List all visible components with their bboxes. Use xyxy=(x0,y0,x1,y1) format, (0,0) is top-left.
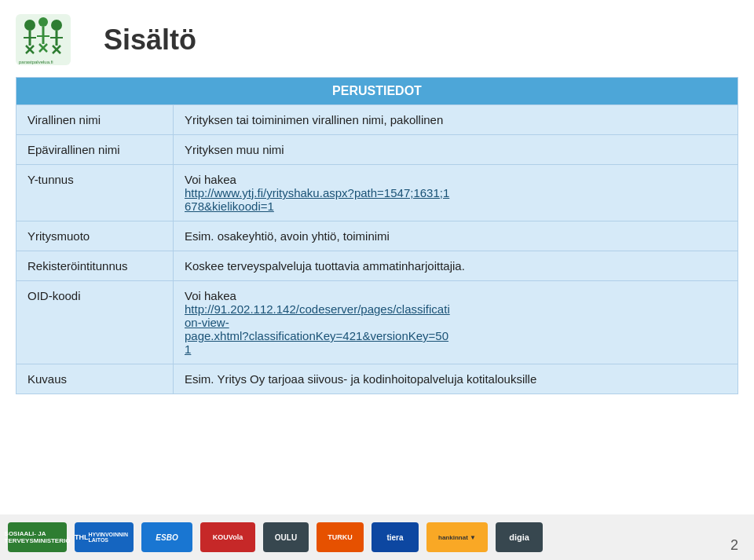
footer-logos: SOSIAALI- JATERVEYSMINISTERIÖ THLHYVINVO… xyxy=(8,522,543,552)
logo-tiera: tiera xyxy=(372,522,419,552)
logo-thl: THLHYVINVOINNIN LAITOS xyxy=(75,522,134,552)
svg-point-1 xyxy=(24,20,35,31)
table-header-cell: PERUSTIEDOT xyxy=(16,78,738,105)
logo-kouvola: KOUVola xyxy=(200,522,255,552)
page-title: Sisältö xyxy=(104,24,196,57)
table-row: Rekisteröintitunnus Koskee terveyspalvel… xyxy=(16,251,738,281)
row-label-epavirallinen: Epävirallinen nimi xyxy=(16,135,174,165)
logo-turku: TURKU xyxy=(317,522,364,552)
row-label-yritysmuoto: Yritysmuoto xyxy=(16,221,174,251)
ytunnus-link[interactable]: http://www.ytj.fi/yrityshaku.aspx?path=1… xyxy=(185,186,449,213)
table-row: Kuvaus Esim. Yritys Oy tarjoaa siivous- … xyxy=(16,364,738,394)
svg-point-3 xyxy=(51,20,62,31)
page-number: 2 xyxy=(730,537,738,554)
row-value-virallinen: Yrityksen tai toiminimen virallinen nimi… xyxy=(174,105,738,135)
logo-digia: digia xyxy=(496,522,543,552)
table-row: Virallinen nimi Yrityksen tai toiminimen… xyxy=(16,105,738,135)
row-label-ytunnus: Y-tunnus xyxy=(16,165,174,221)
row-value-oid: Voi hakea http://91.202.112.142/codeserv… xyxy=(174,281,738,364)
table-row: Yritysmuoto Esim. osakeyhtiö, avoin yhti… xyxy=(16,221,738,251)
table-row: Epävirallinen nimi Yrityksen muu nimi xyxy=(16,135,738,165)
row-value-ytunnus: Voi hakea http://www.ytj.fi/yrityshaku.a… xyxy=(174,165,738,221)
row-value-epavirallinen: Yrityksen muu nimi xyxy=(174,135,738,165)
logo-area: parastpalvelua.fi xyxy=(16,14,80,65)
row-value-rekisterointi: Koskee terveyspalveluja tuottavia ammati… xyxy=(174,251,738,281)
header: parastpalvelua.fi Sisältö xyxy=(0,0,754,73)
table-row: Y-tunnus Voi hakea http://www.ytj.fi/yri… xyxy=(16,165,738,221)
row-label-kuvaus: Kuvaus xyxy=(16,364,174,394)
row-label-oid: OID-koodi xyxy=(16,281,174,364)
oid-link[interactable]: http://91.202.112.142/codeserver/pages/c… xyxy=(185,302,450,356)
svg-text:parastpalvelua.fi: parastpalvelua.fi xyxy=(19,60,53,64)
logo-stm: SOSIAALI- JATERVEYSMINISTERIÖ xyxy=(8,522,67,552)
row-value-kuvaus: Esim. Yritys Oy tarjoaa siivous- ja kodi… xyxy=(174,364,738,394)
logo-oulu: OULU xyxy=(263,522,309,552)
row-label-virallinen: Virallinen nimi xyxy=(16,105,174,135)
content-table: PERUSTIEDOT Virallinen nimi Yrityksen ta… xyxy=(16,77,738,394)
table-row: OID-koodi Voi hakea http://91.202.112.14… xyxy=(16,281,738,364)
main-table-wrapper: PERUSTIEDOT Virallinen nimi Yrityksen ta… xyxy=(0,77,754,394)
table-header-row: PERUSTIEDOT xyxy=(16,78,738,105)
footer: SOSIAALI- JATERVEYSMINISTERIÖ THLHYVINVO… xyxy=(0,514,754,560)
svg-point-2 xyxy=(38,17,48,27)
logo-esbo: ESBO xyxy=(141,522,192,552)
site-logo: parastpalvelua.fi xyxy=(16,14,71,65)
row-value-yritysmuoto: Esim. osakeyhtiö, avoin yhtiö, toiminimi xyxy=(174,221,738,251)
row-label-rekisterointi: Rekisteröintitunnus xyxy=(16,251,174,281)
logo-hankinnat: hankinnat ▼ xyxy=(426,522,488,552)
